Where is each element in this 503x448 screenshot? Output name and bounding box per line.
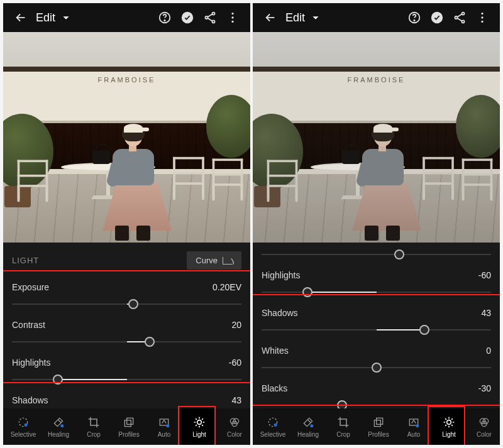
- slider-label: Contrast: [12, 320, 45, 330]
- share-button[interactable]: [448, 6, 471, 29]
- svg-point-31: [310, 424, 313, 427]
- accept-button[interactable]: [176, 6, 199, 29]
- bottom-toolbar: SelectiveHealingCropProfilesAutoLightCol…: [253, 408, 500, 445]
- svg-rect-33: [377, 418, 383, 424]
- chevron-down-icon: [59, 11, 73, 25]
- curve-icon: [223, 257, 233, 265]
- selective-icon: [16, 415, 30, 429]
- section-title: LIGHT: [12, 256, 39, 265]
- tool-light[interactable]: Light: [431, 408, 467, 445]
- svg-point-25: [462, 20, 464, 23]
- auto-icon: [407, 415, 421, 429]
- svg-rect-13: [127, 418, 133, 424]
- check-circle-icon: [430, 11, 444, 25]
- svg-point-10: [25, 423, 28, 427]
- tool-label: Light: [192, 431, 206, 438]
- shadows-slider-peek[interactable]: Shadows 43: [12, 389, 241, 405]
- tool-light[interactable]: Light: [182, 408, 217, 445]
- light-icon: [442, 415, 456, 429]
- svg-point-1: [164, 20, 165, 21]
- more-button[interactable]: [221, 6, 244, 29]
- color-icon: [228, 415, 241, 429]
- tool-label: Auto: [158, 431, 171, 438]
- header: Edit: [3, 3, 250, 32]
- svg-point-21: [414, 20, 414, 21]
- slider-label: Whites: [262, 346, 289, 356]
- highlights-slider[interactable]: Highlights -60: [12, 351, 241, 389]
- highlights-slider[interactable]: Highlights -60: [262, 264, 491, 302]
- shadows-slider[interactable]: Shadows 43: [262, 302, 491, 339]
- slider-label: Shadows: [262, 308, 298, 318]
- bottom-toolbar: SelectiveHealingCropProfilesAutoLightCol…: [3, 408, 250, 445]
- edit-mode-dropdown[interactable]: Edit: [36, 11, 73, 25]
- tool-auto[interactable]: Auto: [146, 408, 182, 445]
- tool-crop[interactable]: Crop: [76, 408, 111, 445]
- tool-profiles[interactable]: Profiles: [361, 408, 396, 445]
- svg-rect-32: [374, 420, 380, 427]
- slider-label: Highlights: [12, 358, 50, 368]
- whites-slider[interactable]: Whites 0: [262, 339, 491, 377]
- tool-profiles[interactable]: Profiles: [111, 408, 146, 445]
- photo-preview[interactable]: FRAMBOISE: [3, 32, 250, 243]
- tool-label: Color: [227, 431, 242, 438]
- tool-color[interactable]: Color: [217, 408, 250, 445]
- slider-label: Highlights: [262, 270, 300, 280]
- share-button[interactable]: [199, 6, 221, 29]
- svg-point-6: [231, 13, 233, 14]
- more-button[interactable]: [471, 6, 494, 29]
- back-button[interactable]: [9, 6, 32, 29]
- help-button[interactable]: [153, 6, 176, 29]
- back-button[interactable]: [259, 6, 282, 29]
- tool-label: Selective: [260, 431, 286, 438]
- slider-value: 43: [481, 308, 491, 318]
- profiles-icon: [122, 415, 136, 429]
- exposure-slider[interactable]: Exposure 0.20EV: [12, 276, 241, 314]
- tool-selective[interactable]: Selective: [255, 408, 290, 445]
- healing-icon: [301, 415, 315, 429]
- curve-button[interactable]: Curve: [187, 251, 241, 270]
- contrast-slider[interactable]: Contrast 20: [12, 314, 241, 351]
- screenshot-right: Edit FRAMBOISE: [253, 3, 500, 445]
- slider-label: Shadows: [12, 395, 48, 405]
- svg-point-35: [416, 424, 419, 427]
- light-panel: LIGHT Curve Exposure 0.20EV Contrast 20: [3, 243, 250, 405]
- tool-label: Profiles: [118, 431, 139, 438]
- svg-point-7: [231, 16, 233, 18]
- color-icon: [477, 415, 491, 429]
- screenshot-left: Edit FRAMBOISE: [3, 3, 250, 445]
- svg-point-16: [197, 420, 202, 425]
- photo-preview[interactable]: FRAMBOISE: [253, 32, 500, 243]
- tool-label: Healing: [297, 431, 319, 438]
- crop-icon: [87, 415, 101, 429]
- tool-healing[interactable]: Healing: [290, 408, 326, 445]
- svg-point-3: [212, 13, 214, 15]
- slider-peek-top[interactable]: [262, 246, 491, 264]
- profiles-icon: [372, 415, 385, 429]
- tool-color[interactable]: Color: [467, 408, 500, 445]
- tool-label: Selective: [11, 431, 36, 438]
- header: Edit: [253, 3, 500, 32]
- tool-label: Light: [442, 431, 456, 438]
- svg-point-26: [481, 13, 483, 14]
- tool-healing[interactable]: Healing: [41, 408, 76, 445]
- help-button[interactable]: [403, 6, 426, 29]
- tool-auto[interactable]: Auto: [396, 408, 431, 445]
- slider-value: -30: [478, 383, 491, 393]
- share-icon: [203, 11, 217, 25]
- svg-point-36: [447, 420, 451, 425]
- tool-label: Color: [477, 431, 492, 438]
- svg-point-27: [481, 16, 483, 18]
- tool-crop[interactable]: Crop: [326, 408, 361, 445]
- svg-rect-12: [124, 420, 131, 427]
- svg-point-24: [455, 16, 457, 19]
- svg-point-28: [481, 21, 483, 23]
- stage: Edit FRAMBOISE: [0, 0, 503, 448]
- more-vertical-icon: [226, 11, 240, 25]
- accept-button[interactable]: [426, 6, 448, 29]
- help-icon: [158, 11, 172, 25]
- share-icon: [453, 11, 467, 25]
- svg-point-30: [274, 423, 277, 427]
- edit-mode-dropdown[interactable]: Edit: [285, 11, 323, 25]
- svg-point-23: [462, 13, 464, 15]
- tool-selective[interactable]: Selective: [6, 408, 41, 445]
